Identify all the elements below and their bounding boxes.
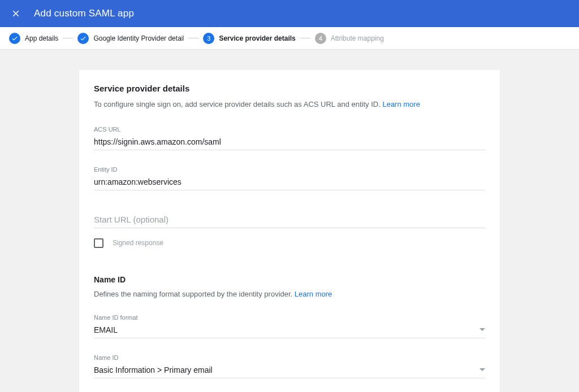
signed-response-row: Signed response (94, 238, 485, 248)
step-label: App details (25, 34, 58, 42)
close-icon[interactable] (9, 7, 23, 20)
signed-response-label: Signed response (113, 239, 163, 247)
learn-more-link[interactable]: Learn more (295, 290, 332, 298)
card-desc-text: To configure single sign on, add service… (94, 100, 381, 108)
name-id-label: Name ID (94, 354, 485, 361)
stepper-bar: App details Google Identity Provider det… (0, 27, 579, 50)
start-url-field (94, 212, 485, 228)
acs-url-input[interactable] (94, 134, 485, 150)
name-id-format-field: Name ID format EMAIL (94, 314, 485, 338)
step-number-icon: 4 (315, 33, 326, 44)
step-label: Attribute mapping (331, 34, 384, 42)
name-id-description: Defines the naming format supported by t… (94, 290, 485, 298)
name-id-section: Name ID Defines the naming format suppor… (94, 275, 485, 378)
step-label: Google Identity Provider details (93, 34, 184, 42)
name-id-field: Name ID Basic Information > Primary emai… (94, 354, 485, 378)
entity-id-field: Entity ID (94, 166, 485, 190)
form-card: Service provider details To configure si… (79, 70, 500, 392)
entity-id-input[interactable] (94, 175, 485, 190)
step-connector (188, 38, 198, 38)
name-id-value: Basic Information > Primary email (94, 365, 213, 374)
step-label: Service provider details (219, 34, 295, 42)
step-app-details[interactable]: App details (9, 33, 58, 44)
name-id-format-label: Name ID format (94, 314, 485, 321)
page-body: Service provider details To configure si… (0, 50, 579, 392)
step-connector (300, 38, 310, 38)
page-title: Add custom SAML app (34, 8, 134, 19)
chevron-down-icon (479, 328, 485, 331)
name-id-format-value: EMAIL (94, 325, 118, 334)
entity-id-label: Entity ID (94, 166, 485, 173)
learn-more-link[interactable]: Learn more (382, 100, 420, 108)
step-number-icon: 3 (203, 33, 214, 44)
check-icon (9, 33, 20, 44)
step-service-provider[interactable]: 3 Service provider details (203, 33, 295, 44)
signed-response-checkbox[interactable] (94, 238, 103, 248)
name-id-format-select[interactable]: EMAIL (94, 323, 485, 338)
chevron-down-icon (479, 368, 485, 371)
step-connector (63, 38, 73, 38)
top-header: Add custom SAML app (0, 0, 579, 27)
acs-url-field: ACS URL (94, 126, 485, 150)
name-id-select[interactable]: Basic Information > Primary email (94, 363, 485, 378)
step-attribute-mapping[interactable]: 4 Attribute mapping (315, 33, 384, 44)
name-id-desc-text: Defines the naming format supported by t… (94, 290, 292, 298)
name-id-title: Name ID (94, 275, 485, 284)
step-google-idp[interactable]: Google Identity Provider details (77, 33, 184, 44)
check-icon (77, 33, 89, 44)
card-description: To configure single sign on, add service… (94, 99, 485, 110)
card-title: Service provider details (94, 84, 485, 93)
acs-url-label: ACS URL (94, 126, 485, 133)
start-url-input[interactable] (94, 212, 485, 228)
